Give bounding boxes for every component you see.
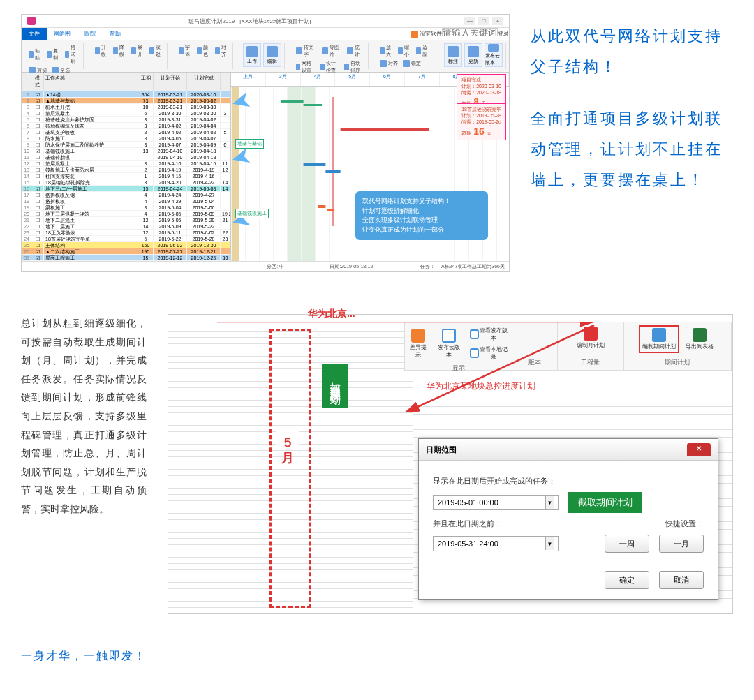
ribbon-icon <box>488 44 499 52</box>
ribbon-button[interactable]: 导图片 <box>320 43 344 59</box>
cancel-button[interactable]: 取消 <box>659 571 704 589</box>
dialog-close-button[interactable]: ✕ <box>687 443 711 456</box>
ribbon-button[interactable]: 颜色 <box>195 43 212 59</box>
ribbon-button[interactable]: 转文字 <box>295 43 318 59</box>
table-row[interactable]: 19 ☐ 梁板施工 3 2019-5-04 2019-5-06 <box>22 204 230 211</box>
view-local-button[interactable]: 查看本地记录 <box>468 344 510 362</box>
ribbon-button[interactable]: 适应 <box>415 43 431 59</box>
ribbon-button[interactable]: 展开 <box>130 43 146 59</box>
col-name[interactable]: 工作名称 <box>44 73 138 91</box>
ribbon-icon <box>296 47 302 54</box>
table-row[interactable]: 17 ☐ 搭拆模板及钢 4 2019-4-24 2019-4-27 <box>22 192 230 198</box>
table-row[interactable]: 20 ☐ 地下三层混凝土浇筑 4 2019-5-06 2019-5-09 19,… <box>22 211 230 217</box>
table-row[interactable]: 16 ☑ 地下三/二/一层施工 15 2019-04-24 2019-05-08… <box>22 186 230 192</box>
one-month-button[interactable]: 一月 <box>659 535 704 553</box>
publish-cloud-button[interactable]: 发布云版本 <box>434 327 464 360</box>
table-row[interactable]: 22 ☐ 地下二层施工 14 2019-5-09 2019-5-22 <box>22 223 230 230</box>
ribbon-button[interactable]: 统计 <box>346 43 365 59</box>
bell-icon <box>411 329 425 343</box>
ribbon-button[interactable]: 锁定 <box>401 59 422 68</box>
feature-callout-bubble: 双代号网络计划支持父子结构！ 计划可逐级拆解细化！ 全面实现多级计划联动管理！ … <box>355 191 488 240</box>
table-row[interactable]: 6 ☐ 砖胎模砌筑及抹灰 3 2019-4-02 2019-04-04 <box>22 123 230 129</box>
col-mode[interactable]: 模式 <box>31 73 44 91</box>
table-row[interactable]: 18 ☐ 搭拆模板 4 2019-4-29 2019-5-04 <box>22 198 230 204</box>
status-date: 日期:2019-05-18(12) <box>330 263 374 270</box>
one-week-button[interactable]: 一周 <box>605 535 649 553</box>
table-row[interactable]: 14 ☐ 柱间支撑安装 1 2019-4-16 2019-4-16 <box>22 173 230 179</box>
table-row[interactable]: 26 ☑ ▲二次结构施工 195 2019-07-27 2019-12-21 <box>22 248 230 255</box>
ribbon-icon <box>320 64 325 70</box>
ribbon-button[interactable]: 缩小 <box>397 43 413 59</box>
dropdown-icon[interactable]: ▼ <box>545 496 554 509</box>
table-row[interactable]: 4 ☐ 垫层混凝土 6 2019-3-30 2019-03-30 3 <box>22 110 230 117</box>
ribbon-big-button[interactable]: 工作 <box>243 43 261 67</box>
tab-network[interactable]: 网络图 <box>47 28 77 40</box>
ribbon-button[interactable]: 升级 <box>94 43 110 59</box>
ribbon-icon <box>47 51 52 58</box>
ribbon-big-button[interactable]: 更新 <box>464 43 482 67</box>
ribbon-big-button[interactable]: 发布云版本 <box>485 43 503 67</box>
ribbon-button[interactable]: 对齐 <box>378 59 399 68</box>
table-row[interactable]: 23 ☐ 18正负零验收 12 2019-5-11 2019-6-02 22 <box>22 230 230 236</box>
shop-link[interactable]: 淘宝软件 <box>411 28 442 40</box>
ribbon-button[interactable]: 字体 <box>177 43 193 59</box>
window-maximize[interactable]: □ <box>478 17 489 25</box>
ok-button[interactable]: 确定 <box>605 571 649 589</box>
table-row[interactable]: 12 ☐ 垫层混凝土 3 2019-4-10 2019-04-16 11 <box>22 161 230 167</box>
ribbon-button[interactable]: 降级 <box>112 43 128 59</box>
window-close[interactable]: × <box>492 17 503 25</box>
ribbon-icon <box>179 47 184 54</box>
table-row[interactable]: 13 ☐ 筏板施工及卡面防水层 2 2019-4-19 2019-4-19 12 <box>22 167 230 173</box>
ribbon-big-button[interactable]: 标注 <box>444 43 462 67</box>
gantt-chart[interactable]: 上月3月4月5月6月7月8月...30 项目完成 计划：2020-03-10 尚… <box>231 73 509 261</box>
question-callout: 如何自动形成月计划？ <box>322 364 348 408</box>
diff-hint-button[interactable]: 差异提示 <box>406 327 430 360</box>
period-plan-button[interactable]: 编制期间计划 <box>639 325 679 353</box>
table-row[interactable]: 9 ☐ 防水保护层施工及间歇养护 3 2019-4-07 2019-04-09 … <box>22 142 230 148</box>
ribbon-icon <box>322 47 328 54</box>
table-row[interactable]: 15 ☐ 18层钢筋绑扎拆除完 3 2019-4-20 2019-4-22 14 <box>22 179 230 186</box>
col-extra[interactable] <box>221 73 230 91</box>
col-duration[interactable]: 工期 <box>138 73 154 91</box>
table-row[interactable]: 10 ☑ 基础筏板施工 13 2019-04-10 2019-04-18 <box>22 148 230 154</box>
may-selection-box <box>269 329 311 608</box>
cloud-local-icon <box>470 348 479 358</box>
ribbon-button[interactable]: 对齐 <box>214 43 230 59</box>
ribbon-button[interactable]: 粘贴 <box>27 43 43 66</box>
table-row[interactable]: 11 ☐ 基础砖胎模 2019-04-10 2019-04-18 <box>22 154 230 161</box>
ribbon-icon <box>197 47 202 54</box>
cloud-up-icon <box>442 329 456 343</box>
col-start[interactable]: 计划开始 <box>154 73 187 91</box>
start-date-input[interactable]: 2019-05-01 00:00▼ <box>433 495 559 510</box>
table-row[interactable]: 1 ☑ ▲1#楼 354 2019-03-21 2020-03-10 <box>22 91 230 98</box>
search-input[interactable] <box>442 28 498 36</box>
col-end[interactable]: 计划完成 <box>187 73 221 91</box>
period-cut-badge: 截取期间计划 <box>568 492 642 513</box>
dropdown-icon[interactable]: ▼ <box>545 537 554 550</box>
task-grid: 模式 工作名称 工期 计划开始 计划完成 1 ☑ ▲1#楼 354 2019-0… <box>22 73 231 261</box>
table-row[interactable]: 8 ☐ 防水施工 3 2019-4-05 2019-04-07 <box>22 135 230 142</box>
login-link[interactable]: 登录 <box>498 28 509 40</box>
ribbon-button[interactable]: 复制 <box>45 43 61 66</box>
tab-file[interactable]: 文件 <box>22 28 47 40</box>
table-row[interactable]: 35 ☑ 屋面工程施工 15 2019-12-12 2019-12-26 30 <box>22 255 230 261</box>
table-row[interactable]: 7 ☐ 基坑支护验收 2 2019-4-02 2019-04-02 5 <box>22 129 230 135</box>
status-bar: 分区: 中 日期:2019-05-18(12) 任务：— A栋247项工作总工期… <box>22 261 509 271</box>
table-row[interactable]: 5 ☐ 桩基砼浇注并养护加固 3 2019-3-31 2019-04-02 <box>22 117 230 123</box>
tab-help[interactable]: 帮助 <box>103 28 128 40</box>
ribbon-button[interactable]: 格式刷 <box>64 43 80 66</box>
table-row[interactable]: 3 ☐ 桩承土开挖 10 2019-03-21 2019-03-30 <box>22 104 230 110</box>
table-row[interactable]: 21 ☐ 地下二层混土 12 2019-5-05 2019-5-20 21 <box>22 217 230 223</box>
monthly-plan-button[interactable]: 编制月计划 <box>575 325 607 350</box>
ribbon-big-button[interactable]: 编辑 <box>263 43 281 67</box>
table-row[interactable]: 24 ☐ 18首层砼浇筑完毕单 6 2019-5-22 2019-5-28 23 <box>22 236 230 242</box>
end-date-input[interactable]: 2019-05-31 24:00▼ <box>433 536 559 551</box>
tab-track[interactable]: 跟踪 <box>77 28 103 40</box>
table-row[interactable]: 25 ☑ 主体结构 150 2019-06-02 2019-12-30 <box>22 242 230 248</box>
table-row[interactable]: 2 ☑ ▲地基与基础 73 2019-03-21 2019-06-02 <box>22 98 230 104</box>
ribbon-button[interactable]: 放大 <box>378 43 394 59</box>
view-publish-button[interactable]: 查看发布版本 <box>468 325 510 343</box>
export-table-button[interactable]: 导出到表格 <box>683 327 716 352</box>
ribbon-button[interactable]: 收起 <box>148 43 164 59</box>
window-minimize[interactable]: — <box>464 17 475 25</box>
